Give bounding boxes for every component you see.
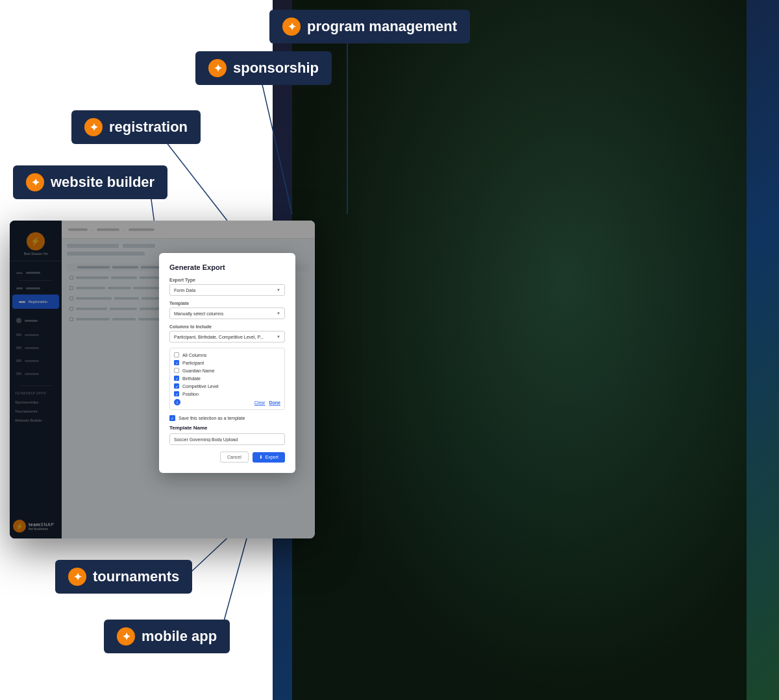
badge-program-label: program management bbox=[307, 18, 457, 35]
svg-line-5 bbox=[221, 538, 247, 633]
badge-mobile-label: mobile app bbox=[142, 628, 217, 645]
star-icon-tournaments: ✦ bbox=[68, 568, 86, 586]
generate-export-modal: Generate Export Export Type Form Data ▼ … bbox=[159, 253, 295, 473]
cb-participant[interactable]: ✓ bbox=[174, 360, 179, 365]
checkbox-competitive[interactable]: ✓ Competitive Level bbox=[174, 383, 280, 389]
template-arrow: ▼ bbox=[277, 311, 280, 315]
star-icon-mobile: ✦ bbox=[117, 627, 135, 646]
badge-tournaments-label: tournaments bbox=[93, 568, 179, 585]
clear-button[interactable]: Clear bbox=[254, 400, 266, 405]
export-type-label: Export Type bbox=[169, 278, 285, 282]
export-type-select[interactable]: Form Data ▼ bbox=[169, 284, 285, 296]
svg-line-2 bbox=[159, 133, 227, 221]
checkbox-position[interactable]: ✓ Position bbox=[174, 391, 280, 396]
export-button[interactable]: ⬇ Export bbox=[253, 452, 285, 463]
badge-registration-label: registration bbox=[109, 119, 188, 136]
save-template-row[interactable]: ✓ Save this selection as a template bbox=[169, 415, 285, 421]
columns-label: Columns to Include bbox=[169, 324, 285, 329]
export-type-arrow: ▼ bbox=[277, 288, 280, 292]
columns-value: Participant, Birthdate, Competitive Leve… bbox=[174, 335, 264, 339]
badge-program-management: ✦ program management bbox=[269, 10, 470, 43]
cb-all-columns[interactable] bbox=[174, 352, 179, 357]
template-name-label: Template Name bbox=[169, 425, 285, 431]
checkbox-all-columns[interactable]: All Columns bbox=[174, 352, 280, 357]
checkbox-birthdate[interactable]: ✓ Birthdate bbox=[174, 376, 280, 381]
export-icon: ⬇ bbox=[259, 455, 263, 460]
cb-competitive[interactable]: ✓ bbox=[174, 383, 179, 389]
cancel-button[interactable]: Cancel bbox=[220, 452, 249, 463]
badge-website-builder: ✦ website builder bbox=[13, 165, 167, 199]
star-icon-program: ✦ bbox=[282, 18, 301, 36]
modal-title: Generate Export bbox=[169, 263, 285, 271]
columns-select[interactable]: Participant, Birthdate, Competitive Leve… bbox=[169, 331, 285, 343]
export-label: Export bbox=[266, 455, 278, 459]
cb-birthdate[interactable]: ✓ bbox=[174, 376, 179, 381]
badge-sponsorship-label: sponsorship bbox=[233, 60, 319, 77]
app-window: ⚡ Best Season Yet Registration bbox=[10, 221, 315, 538]
star-icon-website: ✦ bbox=[26, 173, 44, 191]
badge-sponsorship: ✦ sponsorship bbox=[195, 51, 332, 85]
cb-guardian[interactable] bbox=[174, 368, 179, 373]
modal-actions: Cancel ⬇ Export bbox=[169, 452, 285, 463]
star-icon-sponsorship: ✦ bbox=[208, 59, 227, 77]
save-template-checkbox[interactable]: ✓ bbox=[169, 415, 175, 421]
checkbox-guardian[interactable]: Guardian Name bbox=[174, 368, 280, 373]
badge-tournaments: ✦ tournaments bbox=[55, 560, 192, 594]
checkbox-footer: i Clear Done bbox=[174, 399, 280, 405]
checkbox-participant[interactable]: ✓ Participant bbox=[174, 360, 280, 365]
columns-arrow: ▼ bbox=[277, 335, 280, 339]
done-button[interactable]: Done bbox=[269, 400, 281, 405]
badge-mobile-app: ✦ mobile app bbox=[104, 620, 230, 653]
columns-checkbox-group: All Columns ✓ Participant Guardian Name … bbox=[169, 348, 285, 410]
cb-position[interactable]: ✓ bbox=[174, 391, 179, 396]
template-label: Template bbox=[169, 301, 285, 306]
star-icon-registration: ✦ bbox=[84, 118, 103, 136]
badge-website-label: website builder bbox=[51, 174, 155, 191]
info-icon: i bbox=[174, 399, 180, 405]
export-type-value: Form Data bbox=[174, 288, 195, 293]
save-template-label: Save this selection as a template bbox=[179, 416, 245, 420]
template-value: Manually select columns bbox=[174, 311, 223, 316]
template-select[interactable]: Manually select columns ▼ bbox=[169, 308, 285, 319]
template-name-input[interactable] bbox=[169, 433, 285, 445]
badge-registration: ✦ registration bbox=[71, 110, 201, 144]
athlete-figure bbox=[292, 0, 747, 700]
